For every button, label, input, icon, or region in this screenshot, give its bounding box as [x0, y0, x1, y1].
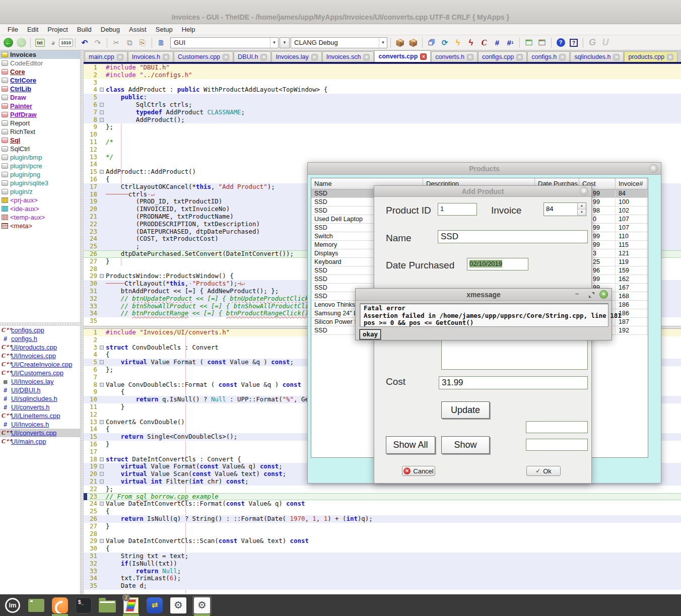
- paste-button[interactable]: ⎘: [137, 37, 149, 49]
- tab-close-icon[interactable]: ✕: [467, 54, 473, 60]
- column-header-invoice-[interactable]: Invoice#: [616, 178, 647, 189]
- spin-down-icon[interactable]: ▼: [578, 210, 586, 216]
- taskbar-icon-settings[interactable]: [169, 596, 188, 615]
- main-package-select[interactable]: GUI ▼: [170, 37, 279, 48]
- sidebar-package-CodeEditor[interactable]: CodeEditor: [0, 59, 80, 67]
- tab-products.cpp[interactable]: products.cpp✕: [624, 51, 677, 62]
- sidebar-file-UI-sqlincludes.h[interactable]: #UI/sqlincludes.h: [0, 394, 80, 403]
- extra-field-2[interactable]: [526, 439, 588, 451]
- packages-button[interactable]: 📦: [407, 37, 419, 49]
- xmessage-titlebar[interactable]: xmessage – ✕: [356, 289, 611, 301]
- ok-button[interactable]: ✓Ok: [526, 466, 561, 476]
- taskbar-icon-theide[interactable]: 2: [121, 596, 141, 615]
- date-purchased-field[interactable]: 02/10/2019: [467, 258, 528, 270]
- sidebar-package-PdfDraw[interactable]: PdfDraw: [0, 110, 80, 119]
- tab-close-icon[interactable]: ✕: [117, 54, 123, 60]
- sidebar-package-Core[interactable]: Core: [0, 67, 80, 76]
- sidebar-file-configs.cpp[interactable]: C⁺⁺configs.cpp: [0, 326, 80, 334]
- menu-item-edit[interactable]: Edit: [23, 25, 43, 34]
- close-icon[interactable]: ✕: [599, 290, 608, 299]
- sidebar-file-UI-Invoices.h[interactable]: #UI/Invoices.h: [0, 420, 80, 429]
- okay-button[interactable]: okay: [360, 329, 381, 339]
- menu-item-debug[interactable]: Debug: [96, 25, 124, 34]
- build-method-select[interactable]: CLANG Debug ▼: [291, 37, 387, 48]
- sidebar-package-CtrlCore[interactable]: CtrlCore: [0, 76, 80, 85]
- sidebar-package-pluginz[interactable]: plugin/z: [0, 187, 80, 196]
- sync-button[interactable]: ⟳: [439, 37, 451, 49]
- name-field[interactable]: SSD: [438, 230, 588, 243]
- restore-icon[interactable]: [589, 292, 594, 298]
- taskbar-icon-settings-active[interactable]: [192, 596, 212, 615]
- sidebar-package-Sql[interactable]: Sql: [0, 136, 80, 145]
- tab-main.cpp[interactable]: main.cpp✕: [85, 51, 127, 62]
- close-icon[interactable]: ✕: [580, 187, 588, 195]
- spinner-buttons[interactable]: ▲▼: [577, 203, 586, 216]
- tab-sqlincludes.h[interactable]: sqlincludes.h✕: [570, 51, 624, 62]
- tab-close-icon[interactable]: ✕: [420, 53, 427, 60]
- add-package-button[interactable]: 📦: [394, 37, 406, 49]
- menu-item-build[interactable]: Build: [73, 25, 96, 34]
- update-button[interactable]: Update: [441, 401, 490, 419]
- cancel-button[interactable]: ✕Cancel: [402, 466, 435, 476]
- taskbar-icon-mint-menu[interactable]: lm: [3, 596, 22, 615]
- design-mode-button[interactable]: ◕: [47, 37, 59, 49]
- spin-up-icon[interactable]: ▲: [578, 203, 586, 210]
- sidebar-package-meta[interactable]: <meta>: [0, 222, 80, 230]
- copy-button[interactable]: ⧉: [123, 37, 135, 49]
- invoice-spinner[interactable]: 84 ▲▼: [543, 202, 586, 216]
- letter-g-icon[interactable]: G: [586, 37, 598, 49]
- tab-Invoices.sch[interactable]: Invoices.sch✕: [322, 51, 374, 62]
- sidebar-file-UI-Customers.cpp[interactable]: C⁺⁺UI/Customers.cpp: [0, 369, 80, 377]
- tab-configs.h[interactable]: configs.h✕: [527, 51, 570, 62]
- sidebar-file-UI-products.cpp[interactable]: C⁺⁺UI/products.cpp: [0, 343, 80, 352]
- back-button[interactable]: ←: [2, 37, 14, 49]
- product-id-field[interactable]: 1: [438, 203, 477, 216]
- sidebar-package-pluginpcre[interactable]: plugin/pcre: [0, 162, 80, 170]
- undo-button[interactable]: ↶: [79, 37, 91, 49]
- sidebar-file-UI-LineItems.cpp[interactable]: C⁺⁺UI/LineItems.cpp: [0, 412, 80, 420]
- taskbar-icon-file-manager[interactable]: [98, 596, 117, 615]
- redo-button[interactable]: ↷: [92, 37, 104, 49]
- sidebar-package-CtrlLib[interactable]: CtrlLib: [0, 85, 80, 93]
- taskbar-icon-desktop-window[interactable]: [27, 596, 46, 615]
- show-button[interactable]: Show: [441, 436, 490, 454]
- config-dropdown-button[interactable]: ▼: [280, 37, 290, 48]
- sidebar-splitter[interactable]: [0, 322, 80, 326]
- tab-Invoices.h[interactable]: Invoices.h✕: [128, 51, 173, 62]
- tab-close-icon[interactable]: ✕: [260, 54, 267, 60]
- text-mode-button[interactable]: txt: [34, 37, 46, 49]
- minimize-icon[interactable]: –: [573, 290, 581, 298]
- sidebar-package-Draw[interactable]: Draw: [0, 93, 80, 102]
- tab-configs.cpp[interactable]: configs.cpp✕: [478, 51, 527, 62]
- tab-close-icon[interactable]: ✕: [613, 54, 620, 60]
- sidebar-package-Invoices[interactable]: Invoices: [0, 50, 80, 59]
- tab-close-icon[interactable]: ✕: [363, 54, 370, 60]
- sidebar-package-prj-aux[interactable]: <prj-aux>: [0, 196, 80, 204]
- sidebar-file-UI-CreateInvoice.cpp[interactable]: C⁺⁺UI/CreateInvoice.cpp: [0, 360, 80, 369]
- tab-close-icon[interactable]: ✕: [311, 54, 318, 60]
- menu-item-setup[interactable]: Setup: [151, 25, 177, 34]
- forward-button[interactable]: →: [15, 37, 27, 49]
- tab-Customers.cpp[interactable]: Customers.cpp✕: [174, 51, 233, 62]
- sidebar-package-temp-aux[interactable]: <temp-aux>: [0, 213, 80, 222]
- taskbar-icon-terminal[interactable]: $_: [74, 596, 93, 615]
- new-file-button[interactable]: 🗎: [155, 37, 167, 49]
- menu-item-project[interactable]: Project: [43, 25, 72, 34]
- help-button[interactable]: ?: [555, 37, 567, 49]
- sidebar-file-UI-Invoices.cpp[interactable]: C⁺⁺UI/Invoices.cpp: [0, 352, 80, 360]
- sidebar-file-configs.h[interactable]: #configs.h: [0, 334, 80, 343]
- close-icon[interactable]: ✕: [649, 164, 658, 173]
- debug-file-button[interactable]: 🗔: [536, 37, 548, 49]
- build-fast-button[interactable]: ϟ: [452, 37, 464, 49]
- tab-Invoices.lay[interactable]: Invoices.lay✕: [271, 51, 321, 62]
- menu-item-assist[interactable]: Assist: [124, 25, 151, 34]
- find-next-button[interactable]: #1: [504, 37, 516, 49]
- sidebar-package-pluginbmp[interactable]: plugin/bmp: [0, 153, 80, 162]
- sidebar-file-UI-converts.h[interactable]: #UI/converts.h: [0, 403, 80, 412]
- run-file-button[interactable]: 🗔: [523, 37, 535, 49]
- tab-DBUI.h[interactable]: DBUI.h✕: [234, 51, 271, 62]
- tab-close-icon[interactable]: ✕: [223, 54, 229, 60]
- sidebar-package-RichText[interactable]: RichText: [0, 127, 80, 136]
- taskbar-icon-workspace-switcher[interactable]: ⇄: [145, 596, 164, 615]
- tab-close-icon[interactable]: ✕: [516, 54, 523, 60]
